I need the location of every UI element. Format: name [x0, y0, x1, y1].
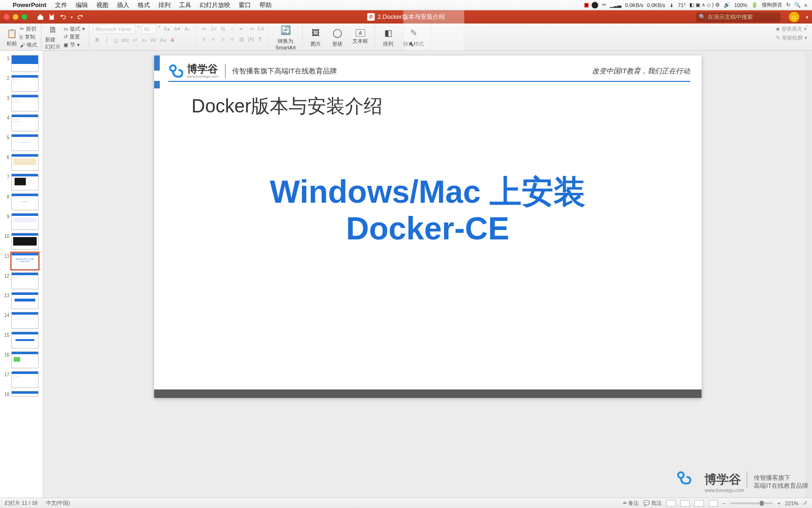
- spotlight-icon[interactable]: 🔍: [794, 2, 801, 8]
- layout-button[interactable]: ▭ 版式 ▾: [63, 25, 85, 32]
- line-spacing-button[interactable]: ↕: [228, 24, 236, 33]
- menu-format[interactable]: 格式: [133, 1, 154, 9]
- comments-button[interactable]: 💬 批注: [643, 500, 662, 507]
- thumbnail-16[interactable]: [11, 351, 39, 368]
- slide[interactable]: 博学谷 www.boxuegu.com 传智播客旗下高端IT在线教育品牌 改变中…: [154, 56, 702, 398]
- fit-window-button[interactable]: ⤢: [803, 500, 807, 506]
- thumbnail-11[interactable]: Windows/Mac 上安装Docker-CE: [11, 253, 39, 270]
- istat-icon[interactable]: ▁▂▃: [610, 2, 621, 8]
- subscript-button[interactable]: x₂: [140, 36, 148, 44]
- volume-icon[interactable]: 🔊: [724, 2, 730, 8]
- menu-file[interactable]: 文件: [51, 1, 71, 9]
- section-button[interactable]: ▣ 节 ▾: [63, 41, 85, 48]
- reset-button[interactable]: ↺ 重置: [63, 33, 85, 40]
- thumbnail-15[interactable]: [11, 332, 39, 349]
- format-painter-button[interactable]: 🖌 格式: [20, 41, 37, 48]
- thumbnail-7[interactable]: [11, 174, 39, 190]
- thumbnail-4[interactable]: ————————: [11, 114, 39, 131]
- thumbnail-13[interactable]: [11, 292, 39, 309]
- new-slide-button[interactable]: 🗎 新建 幻灯片: [45, 24, 61, 50]
- align-justify-button[interactable]: ≡: [228, 35, 236, 43]
- bold-button[interactable]: B: [93, 36, 102, 44]
- columns-button[interactable]: ▥: [237, 35, 246, 43]
- copy-button[interactable]: ⎘ 复制: [20, 33, 37, 40]
- align-left-button[interactable]: ≡: [200, 35, 208, 43]
- menu-insert[interactable]: 插入: [113, 1, 133, 9]
- account-icon[interactable]: ☺: [789, 12, 799, 22]
- arrange-button[interactable]: ◧排列: [379, 26, 398, 48]
- zoom-level[interactable]: 221%: [785, 500, 798, 506]
- align-right-button[interactable]: ≡: [219, 35, 227, 43]
- indent-button[interactable]: ⇥: [247, 24, 255, 33]
- outdent-button[interactable]: ⇤: [237, 24, 246, 33]
- align-text-button[interactable]: [A]: [247, 35, 255, 43]
- menu-slideshow[interactable]: 幻灯片放映: [195, 1, 234, 9]
- paste-button[interactable]: 📋 粘贴: [7, 27, 17, 47]
- sync-icon[interactable]: ↻: [786, 2, 790, 8]
- slide-canvas-area[interactable]: 博学谷 www.boxuegu.com 传智播客旗下高端IT在线教育品牌 改变中…: [43, 51, 812, 498]
- shrink-font-icon[interactable]: A▾: [173, 24, 181, 33]
- app-name[interactable]: PowerPoint: [8, 1, 51, 8]
- slideshow-view-button[interactable]: [709, 500, 718, 507]
- shape-outline-button[interactable]: ✎ 形状轮廓 ▾: [776, 34, 807, 41]
- font-family-select[interactable]: Microsoft YaHei: [93, 24, 135, 34]
- home-icon[interactable]: [37, 13, 44, 21]
- shapes-button[interactable]: ◯形状: [328, 26, 347, 48]
- text-direction-button[interactable]: ↧A: [256, 24, 265, 33]
- textbox-button[interactable]: A文本框: [350, 29, 371, 45]
- list-level-button[interactable]: ⇆: [219, 24, 227, 33]
- notes-button[interactable]: ≐ 备注: [623, 500, 639, 507]
- superscript-button[interactable]: x²: [131, 36, 139, 44]
- thumbnail-9[interactable]: [11, 213, 39, 230]
- picture-button[interactable]: 🖼图片: [306, 26, 325, 48]
- menu-arrange[interactable]: 排列: [154, 1, 175, 9]
- menu-tools[interactable]: 工具: [175, 1, 195, 9]
- redo-icon[interactable]: [77, 13, 84, 21]
- char-spacing-button[interactable]: AV: [149, 36, 158, 44]
- grow-font-icon[interactable]: A▴: [163, 24, 171, 33]
- reading-view-button[interactable]: [695, 500, 704, 507]
- account-dropdown-icon[interactable]: ▾: [806, 15, 808, 20]
- italic-button[interactable]: I: [102, 36, 111, 44]
- thumbnail-12[interactable]: ———: [11, 272, 39, 289]
- ribbon-collapse-icon[interactable]: ⌃: [805, 24, 809, 30]
- thumbnail-6[interactable]: [11, 154, 39, 171]
- zoom-out-button[interactable]: −: [723, 500, 726, 506]
- strike-button[interactable]: abc: [121, 36, 130, 44]
- menu-view[interactable]: 视图: [92, 1, 113, 9]
- thumbnail-10[interactable]: [11, 233, 39, 250]
- font-size-select[interactable]: 40: [141, 24, 156, 34]
- ime[interactable]: 搜狗拼音: [762, 1, 782, 8]
- thumbnail-5[interactable]: ———: [11, 134, 39, 151]
- window-close[interactable]: [4, 14, 9, 20]
- menu-window[interactable]: 窗口: [234, 1, 255, 9]
- notif-icon[interactable]: ≡: [804, 2, 807, 8]
- search-box[interactable]: 🔍 在演示文稿中搜索: [696, 12, 781, 22]
- numbering-button[interactable]: 1≡: [209, 24, 218, 33]
- status-icons[interactable]: ◧ ▣ ∧ ◇ ⟩ ⚙: [689, 2, 720, 8]
- shape-fill-button[interactable]: ◆ 形状填充 ▾: [776, 25, 807, 32]
- highlight-button[interactable]: Aa: [159, 36, 167, 44]
- quick-style-button[interactable]: ✎快速样式: [400, 26, 427, 48]
- thumbnail-2[interactable]: — — —— —: [11, 75, 39, 92]
- thumbnail-18[interactable]: [11, 391, 39, 397]
- underline-button[interactable]: U: [112, 36, 120, 44]
- slide-thumbnails-panel[interactable]: 1 2— — —— — 3———————— 4———————— 5——— 6 7…: [0, 51, 43, 498]
- language-indicator[interactable]: 中文(中国): [46, 500, 70, 507]
- battery-icon[interactable]: 🔋: [751, 2, 758, 8]
- zoom-slider[interactable]: [730, 502, 773, 504]
- window-maximize[interactable]: [22, 14, 27, 20]
- window-minimize[interactable]: [13, 14, 18, 20]
- thumbnail-14[interactable]: [11, 312, 39, 329]
- record-pause-icon[interactable]: ▮▮: [584, 2, 588, 8]
- font-color-button[interactable]: A: [168, 36, 177, 44]
- vertical-scrollbar[interactable]: [805, 51, 812, 498]
- para-more-button[interactable]: ¶: [256, 35, 265, 43]
- clear-format-icon[interactable]: Aₓ: [183, 24, 192, 33]
- undo-icon[interactable]: [59, 13, 67, 21]
- cut-button[interactable]: ✂ 剪切: [20, 25, 37, 32]
- menu-edit[interactable]: 编辑: [71, 1, 92, 9]
- scissors-icon[interactable]: ✂: [602, 2, 606, 8]
- normal-view-button[interactable]: [666, 500, 676, 507]
- zoom-in-button[interactable]: +: [777, 500, 780, 506]
